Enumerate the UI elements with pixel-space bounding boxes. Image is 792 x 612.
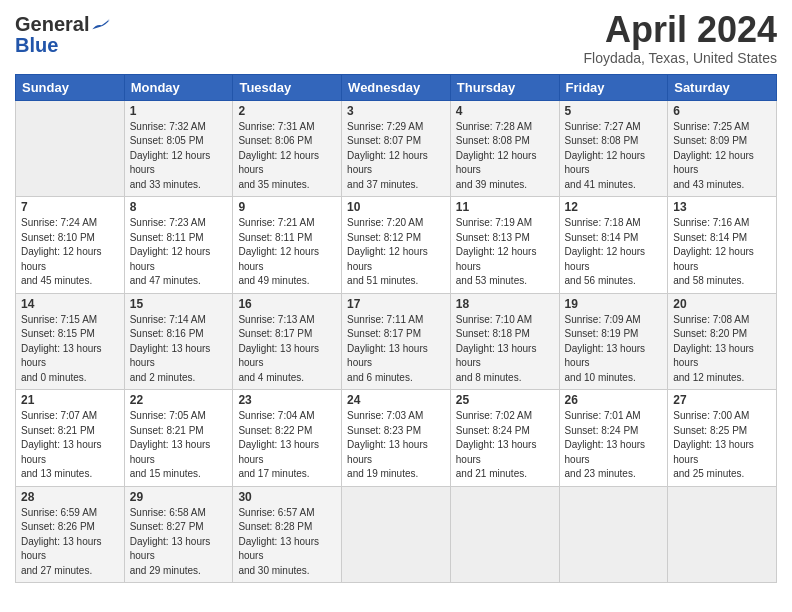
day-info: Sunrise: 7:00 AMSunset: 8:25 PMDaylight:… [673, 409, 771, 482]
month-title: April 2024 [583, 10, 777, 50]
day-number: 12 [565, 200, 663, 214]
page: General Blue April 2024 Floydada, Texas,… [0, 0, 792, 612]
weekday-header-monday: Monday [124, 74, 233, 100]
day-number: 18 [456, 297, 554, 311]
calendar-day-cell: 6Sunrise: 7:25 AMSunset: 8:09 PMDaylight… [668, 100, 777, 197]
header: General Blue April 2024 Floydada, Texas,… [15, 10, 777, 66]
day-info: Sunrise: 7:21 AMSunset: 8:11 PMDaylight:… [238, 216, 336, 289]
day-info: Sunrise: 7:16 AMSunset: 8:14 PMDaylight:… [673, 216, 771, 289]
day-info: Sunrise: 7:07 AMSunset: 8:21 PMDaylight:… [21, 409, 119, 482]
day-number: 30 [238, 490, 336, 504]
logo-bird-icon [91, 14, 111, 34]
calendar-day-cell: 3Sunrise: 7:29 AMSunset: 8:07 PMDaylight… [342, 100, 451, 197]
day-number: 13 [673, 200, 771, 214]
calendar-day-cell [450, 486, 559, 583]
calendar-day-cell: 25Sunrise: 7:02 AMSunset: 8:24 PMDayligh… [450, 390, 559, 487]
calendar-table: SundayMondayTuesdayWednesdayThursdayFrid… [15, 74, 777, 584]
calendar-day-cell: 16Sunrise: 7:13 AMSunset: 8:17 PMDayligh… [233, 293, 342, 390]
calendar-week-row: 21Sunrise: 7:07 AMSunset: 8:21 PMDayligh… [16, 390, 777, 487]
calendar-day-cell: 11Sunrise: 7:19 AMSunset: 8:13 PMDayligh… [450, 197, 559, 294]
weekday-header-sunday: Sunday [16, 74, 125, 100]
calendar-week-row: 7Sunrise: 7:24 AMSunset: 8:10 PMDaylight… [16, 197, 777, 294]
day-info: Sunrise: 7:01 AMSunset: 8:24 PMDaylight:… [565, 409, 663, 482]
title-block: April 2024 Floydada, Texas, United State… [583, 10, 777, 66]
day-info: Sunrise: 7:24 AMSunset: 8:10 PMDaylight:… [21, 216, 119, 289]
logo: General Blue [15, 10, 111, 57]
calendar-day-cell: 10Sunrise: 7:20 AMSunset: 8:12 PMDayligh… [342, 197, 451, 294]
logo-general-text: General [15, 14, 89, 34]
day-info: Sunrise: 7:29 AMSunset: 8:07 PMDaylight:… [347, 120, 445, 193]
calendar-day-cell [559, 486, 668, 583]
day-info: Sunrise: 7:25 AMSunset: 8:09 PMDaylight:… [673, 120, 771, 193]
calendar-day-cell: 14Sunrise: 7:15 AMSunset: 8:15 PMDayligh… [16, 293, 125, 390]
weekday-header-tuesday: Tuesday [233, 74, 342, 100]
calendar-day-cell: 30Sunrise: 6:57 AMSunset: 8:28 PMDayligh… [233, 486, 342, 583]
day-number: 29 [130, 490, 228, 504]
calendar-week-row: 14Sunrise: 7:15 AMSunset: 8:15 PMDayligh… [16, 293, 777, 390]
calendar-day-cell: 19Sunrise: 7:09 AMSunset: 8:19 PMDayligh… [559, 293, 668, 390]
day-number: 27 [673, 393, 771, 407]
day-number: 28 [21, 490, 119, 504]
day-info: Sunrise: 7:27 AMSunset: 8:08 PMDaylight:… [565, 120, 663, 193]
calendar-day-cell: 8Sunrise: 7:23 AMSunset: 8:11 PMDaylight… [124, 197, 233, 294]
weekday-header-wednesday: Wednesday [342, 74, 451, 100]
day-number: 15 [130, 297, 228, 311]
day-info: Sunrise: 6:58 AMSunset: 8:27 PMDaylight:… [130, 506, 228, 579]
calendar-day-cell: 28Sunrise: 6:59 AMSunset: 8:26 PMDayligh… [16, 486, 125, 583]
day-number: 14 [21, 297, 119, 311]
calendar-day-cell: 12Sunrise: 7:18 AMSunset: 8:14 PMDayligh… [559, 197, 668, 294]
day-info: Sunrise: 7:09 AMSunset: 8:19 PMDaylight:… [565, 313, 663, 386]
day-info: Sunrise: 6:59 AMSunset: 8:26 PMDaylight:… [21, 506, 119, 579]
calendar-day-cell: 13Sunrise: 7:16 AMSunset: 8:14 PMDayligh… [668, 197, 777, 294]
day-number: 7 [21, 200, 119, 214]
day-number: 5 [565, 104, 663, 118]
day-info: Sunrise: 7:05 AMSunset: 8:21 PMDaylight:… [130, 409, 228, 482]
day-info: Sunrise: 6:57 AMSunset: 8:28 PMDaylight:… [238, 506, 336, 579]
day-number: 21 [21, 393, 119, 407]
weekday-header-friday: Friday [559, 74, 668, 100]
calendar-day-cell: 27Sunrise: 7:00 AMSunset: 8:25 PMDayligh… [668, 390, 777, 487]
calendar-day-cell: 21Sunrise: 7:07 AMSunset: 8:21 PMDayligh… [16, 390, 125, 487]
day-number: 20 [673, 297, 771, 311]
day-info: Sunrise: 7:03 AMSunset: 8:23 PMDaylight:… [347, 409, 445, 482]
calendar-day-cell: 24Sunrise: 7:03 AMSunset: 8:23 PMDayligh… [342, 390, 451, 487]
calendar-day-cell: 18Sunrise: 7:10 AMSunset: 8:18 PMDayligh… [450, 293, 559, 390]
calendar-day-cell: 29Sunrise: 6:58 AMSunset: 8:27 PMDayligh… [124, 486, 233, 583]
calendar-day-cell: 5Sunrise: 7:27 AMSunset: 8:08 PMDaylight… [559, 100, 668, 197]
day-number: 3 [347, 104, 445, 118]
calendar-day-cell: 15Sunrise: 7:14 AMSunset: 8:16 PMDayligh… [124, 293, 233, 390]
weekday-header-row: SundayMondayTuesdayWednesdayThursdayFrid… [16, 74, 777, 100]
day-info: Sunrise: 7:13 AMSunset: 8:17 PMDaylight:… [238, 313, 336, 386]
day-info: Sunrise: 7:20 AMSunset: 8:12 PMDaylight:… [347, 216, 445, 289]
calendar-day-cell: 9Sunrise: 7:21 AMSunset: 8:11 PMDaylight… [233, 197, 342, 294]
day-number: 17 [347, 297, 445, 311]
calendar-week-row: 28Sunrise: 6:59 AMSunset: 8:26 PMDayligh… [16, 486, 777, 583]
weekday-header-saturday: Saturday [668, 74, 777, 100]
day-info: Sunrise: 7:11 AMSunset: 8:17 PMDaylight:… [347, 313, 445, 386]
day-info: Sunrise: 7:28 AMSunset: 8:08 PMDaylight:… [456, 120, 554, 193]
day-info: Sunrise: 7:02 AMSunset: 8:24 PMDaylight:… [456, 409, 554, 482]
day-info: Sunrise: 7:23 AMSunset: 8:11 PMDaylight:… [130, 216, 228, 289]
day-number: 25 [456, 393, 554, 407]
day-info: Sunrise: 7:14 AMSunset: 8:16 PMDaylight:… [130, 313, 228, 386]
day-number: 19 [565, 297, 663, 311]
calendar-day-cell: 4Sunrise: 7:28 AMSunset: 8:08 PMDaylight… [450, 100, 559, 197]
day-number: 2 [238, 104, 336, 118]
day-number: 1 [130, 104, 228, 118]
calendar-day-cell: 2Sunrise: 7:31 AMSunset: 8:06 PMDaylight… [233, 100, 342, 197]
day-info: Sunrise: 7:31 AMSunset: 8:06 PMDaylight:… [238, 120, 336, 193]
calendar-day-cell [342, 486, 451, 583]
calendar-day-cell: 22Sunrise: 7:05 AMSunset: 8:21 PMDayligh… [124, 390, 233, 487]
day-number: 22 [130, 393, 228, 407]
day-number: 6 [673, 104, 771, 118]
day-number: 9 [238, 200, 336, 214]
day-number: 16 [238, 297, 336, 311]
logo-blue-text: Blue [15, 34, 58, 57]
day-info: Sunrise: 7:04 AMSunset: 8:22 PMDaylight:… [238, 409, 336, 482]
day-info: Sunrise: 7:19 AMSunset: 8:13 PMDaylight:… [456, 216, 554, 289]
weekday-header-thursday: Thursday [450, 74, 559, 100]
day-info: Sunrise: 7:15 AMSunset: 8:15 PMDaylight:… [21, 313, 119, 386]
day-number: 4 [456, 104, 554, 118]
calendar-day-cell: 1Sunrise: 7:32 AMSunset: 8:05 PMDaylight… [124, 100, 233, 197]
calendar-day-cell: 26Sunrise: 7:01 AMSunset: 8:24 PMDayligh… [559, 390, 668, 487]
